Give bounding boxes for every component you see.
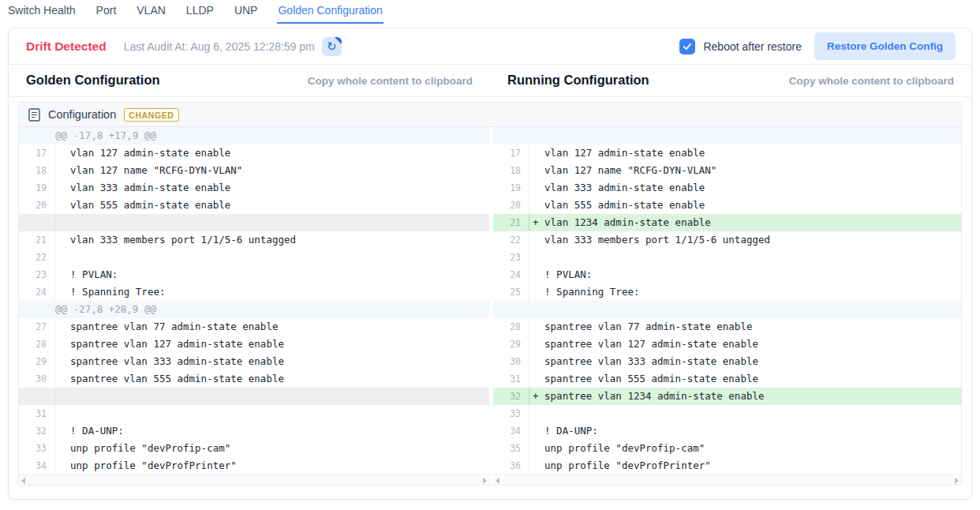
running-config-title: Running Configuration — [507, 73, 649, 88]
running-horizontal-scrollbar[interactable] — [493, 474, 961, 485]
line-number: 23 — [19, 266, 55, 283]
diff-added-row: 21+ vlan 1234 admin-state enable — [493, 214, 961, 231]
code-line: spantree vlan 333 admin-state enable — [55, 353, 489, 370]
diff-code-row: 19 vlan 333 admin-state enable — [19, 179, 489, 197]
diff-code-row: 30 spantree vlan 333 admin-state enable — [493, 353, 961, 370]
code-line: vlan 555 admin-state enable — [55, 197, 489, 214]
line-number: 31 — [19, 405, 55, 422]
line-number: 28 — [19, 336, 55, 353]
line-number — [19, 214, 55, 231]
code-line: ! DA-UNP: — [529, 422, 961, 440]
diff-code-row: 22 — [19, 249, 489, 266]
golden-horizontal-scrollbar[interactable] — [19, 474, 489, 485]
golden-config-panel: Drift Detected Last Audit At: Aug 6, 202… — [8, 28, 972, 500]
line-number: 23 — [493, 249, 529, 266]
diff-code-row: 21 vlan 333 members port 1/1/5-6 untagge… — [19, 231, 489, 249]
golden-config-pane: @@ -17,8 +17,9 @@17 vlan 127 admin-state… — [19, 127, 489, 485]
line-number: 34 — [493, 422, 529, 440]
diff-code-row: 19 vlan 333 admin-state enable — [493, 179, 961, 197]
tab-switch-health[interactable]: Switch Health — [7, 1, 77, 24]
code-line — [55, 388, 489, 405]
configuration-section-header: Configuration CHANGED — [19, 103, 961, 127]
diff-code-row: 20 vlan 555 admin-state enable — [19, 197, 489, 214]
tab-vlan[interactable]: VLAN — [136, 1, 166, 24]
scroll-right-arrow-icon[interactable] — [483, 478, 487, 484]
diff-code-row: 20 vlan 555 admin-state enable — [493, 197, 961, 214]
scroll-right-arrow-icon[interactable] — [955, 478, 959, 484]
code-line — [529, 249, 961, 266]
diff-filler-row — [19, 388, 489, 405]
code-line: spantree vlan 333 admin-state enable — [529, 353, 961, 370]
line-number: 27 — [19, 318, 55, 336]
diff-code-row: 34 ! DA-UNP: — [493, 422, 961, 440]
tab-unp[interactable]: UNP — [234, 1, 259, 24]
diff-code-row: 28 spantree vlan 127 admin-state enable — [19, 336, 489, 353]
tab-golden-configuration[interactable]: Golden Configuration — [277, 1, 383, 24]
line-number: 36 — [493, 457, 529, 474]
code-line: spantree vlan 77 admin-state enable — [529, 318, 961, 336]
running-config-header: Running Configuration Copy whole content… — [490, 65, 971, 96]
scroll-left-arrow-icon[interactable] — [496, 478, 499, 484]
diff-code-row: 31 — [19, 405, 489, 422]
diff-code-row: 28 spantree vlan 77 admin-state enable — [493, 318, 961, 336]
diff-filler-row — [19, 214, 489, 231]
scroll-left-arrow-icon[interactable] — [21, 478, 25, 484]
line-number: 31 — [493, 370, 529, 388]
code-line: vlan 555 admin-state enable — [529, 197, 961, 214]
line-number: 22 — [493, 231, 529, 249]
line-number: 19 — [493, 179, 529, 197]
golden-config-header: Golden Configuration Copy whole content … — [9, 65, 490, 96]
tab-port[interactable]: Port — [95, 1, 118, 24]
diff-hunk-row — [493, 301, 961, 318]
line-number: 33 — [493, 405, 529, 422]
code-line: vlan 127 name "RCFG-DYN-VLAN" — [529, 162, 961, 179]
diff-code-row: 32 ! DA-UNP: — [19, 422, 489, 440]
drift-banner: Drift Detected Last Audit At: Aug 6, 202… — [9, 28, 971, 65]
running-config-pane: 17 vlan 127 admin-state enable18 vlan 12… — [493, 127, 961, 485]
tab-bar: Switch HealthPortVLANLLDPUNPGolden Confi… — [0, 0, 980, 24]
line-number: 30 — [19, 370, 55, 388]
diff-hunk-row: @@ -17,8 +17,9 @@ — [19, 127, 489, 144]
line-number: 25 — [493, 283, 529, 301]
code-line: vlan 127 admin-state enable — [55, 144, 489, 162]
code-line: spantree vlan 555 admin-state enable — [529, 370, 961, 388]
line-number — [19, 388, 55, 405]
line-number: 17 — [19, 144, 55, 162]
changed-badge: CHANGED — [124, 108, 178, 122]
code-line: spantree vlan 555 admin-state enable — [55, 370, 489, 388]
diff-code-row: 22 vlan 333 members port 1/1/5-6 untagge… — [493, 231, 961, 249]
configuration-section-title: Configuration — [48, 108, 116, 121]
tab-lldp[interactable]: LLDP — [185, 1, 215, 24]
line-number: 32 — [19, 422, 55, 440]
code-line: ! PVLAN: — [529, 266, 961, 283]
copy-running-config-link[interactable]: Copy whole content to clipboard — [789, 75, 954, 87]
diff-code-row: 24 ! Spanning Tree: — [19, 283, 489, 301]
copy-golden-config-link[interactable]: Copy whole content to clipboard — [308, 75, 473, 87]
line-number: 29 — [493, 336, 529, 353]
diff-code-row: 18 vlan 127 name "RCFG-DYN-VLAN" — [19, 162, 489, 179]
code-line — [529, 405, 961, 422]
code-line — [55, 405, 489, 422]
diff-code-row: 30 spantree vlan 555 admin-state enable — [19, 370, 489, 388]
line-number: 32 — [493, 388, 529, 405]
diff-code-row: 23 — [493, 249, 961, 266]
reboot-after-restore-checkbox[interactable] — [679, 39, 695, 54]
line-number: 19 — [19, 179, 55, 197]
line-number: 17 — [493, 144, 529, 162]
check-icon — [682, 41, 693, 52]
diff-code-row: 17 vlan 127 admin-state enable — [493, 144, 961, 162]
diff-code-row: 36 unp profile "devProfPrinter" — [493, 457, 961, 474]
line-number: 18 — [493, 162, 529, 179]
code-line: + vlan 1234 admin-state enable — [529, 214, 961, 231]
code-line: vlan 333 admin-state enable — [529, 179, 961, 197]
code-line: vlan 333 members port 1/1/5-6 untagged — [529, 231, 961, 249]
refresh-audit-icon[interactable]: ↻ — [322, 37, 342, 56]
diff-hunk-row — [493, 127, 961, 144]
diff-code-row: 18 vlan 127 name "RCFG-DYN-VLAN" — [493, 162, 961, 179]
restore-golden-config-button[interactable]: Restore Golden Config — [814, 32, 956, 60]
line-number: 30 — [493, 353, 529, 370]
diff-code-row: 27 spantree vlan 77 admin-state enable — [19, 318, 489, 336]
code-line: unp profile "devProfip-cam" — [529, 440, 961, 457]
line-number: 28 — [493, 318, 529, 336]
code-line: ! Spanning Tree: — [529, 283, 961, 301]
